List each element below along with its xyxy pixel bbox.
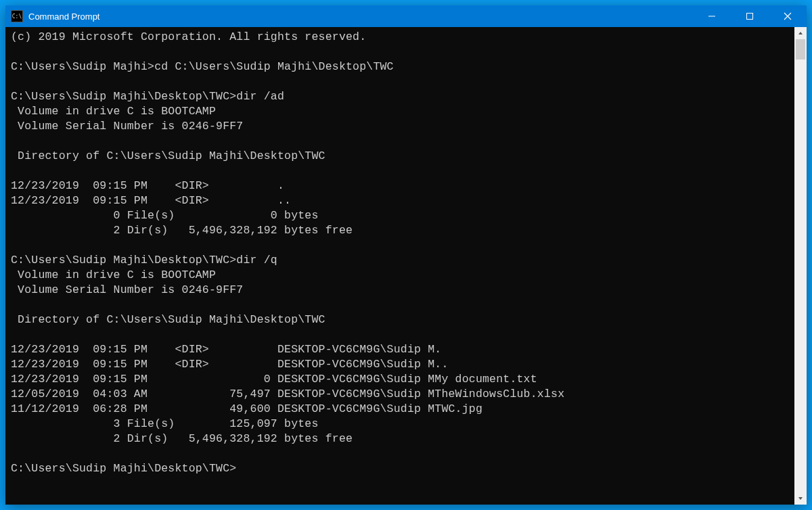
close-button[interactable]: [769, 5, 807, 27]
terminal-line: 3 File(s) 125,097 bytes: [11, 417, 789, 432]
terminal-line: [11, 134, 789, 149]
terminal-line: 12/23/2019 09:15 PM <DIR> ..: [11, 193, 789, 208]
content-area: (c) 2019 Microsoft Corporation. All righ…: [5, 27, 807, 505]
terminal-line: Volume Serial Number is 0246-9FF7: [11, 119, 789, 134]
terminal-line: [11, 164, 789, 179]
minimize-icon: [708, 12, 716, 20]
terminal-line: Directory of C:\Users\Sudip Majhi\Deskto…: [11, 149, 789, 164]
terminal-line: C:\Users\Sudip Majhi>cd C:\Users\Sudip M…: [11, 60, 789, 74]
scrollbar-up-button[interactable]: [794, 27, 807, 39]
terminal-line: C:\Users\Sudip Majhi\Desktop\TWC>dir /q: [11, 253, 789, 268]
terminal-line: 12/23/2019 09:15 PM <DIR> DESKTOP-VC6CM9…: [11, 357, 789, 372]
terminal-line: 12/23/2019 09:15 PM <DIR> .: [11, 179, 789, 193]
terminal-line: 2 Dir(s) 5,496,328,192 bytes free: [11, 432, 789, 446]
minimize-button[interactable]: [693, 5, 731, 27]
app-icon: C:\: [11, 10, 23, 22]
terminal-line: 2 Dir(s) 5,496,328,192 bytes free: [11, 223, 789, 238]
terminal-line: 12/23/2019 09:15 PM <DIR> DESKTOP-VC6CM9…: [11, 342, 789, 357]
close-icon: [784, 12, 792, 20]
terminal-line: [11, 45, 789, 60]
terminal-line: [11, 74, 789, 89]
terminal-line: 12/23/2019 09:15 PM 0 DESKTOP-VC6CM9G\Su…: [11, 372, 789, 387]
window-controls: [693, 5, 807, 27]
terminal-line: C:\Users\Sudip Majhi\Desktop\TWC>dir /ad: [11, 89, 789, 104]
chevron-down-icon: [798, 496, 803, 501]
terminal-line: [11, 327, 789, 342]
terminal-line: [11, 298, 789, 312]
terminal-line: Volume in drive C is BOOTCAMP: [11, 268, 789, 283]
window-titlebar[interactable]: C:\ Command Prompt: [5, 5, 807, 27]
chevron-up-icon: [798, 30, 803, 36]
scrollbar-down-button[interactable]: [794, 492, 807, 505]
svg-rect-0: [708, 16, 715, 17]
terminal-output[interactable]: (c) 2019 Microsoft Corporation. All righ…: [5, 27, 794, 505]
command-prompt-window: C:\ Command Prompt (c) 2019 Microsoft Co…: [5, 5, 807, 505]
svg-rect-1: [747, 14, 753, 20]
terminal-line: Directory of C:\Users\Sudip Majhi\Deskto…: [11, 312, 789, 327]
maximize-button[interactable]: [731, 5, 769, 27]
terminal-line: 12/05/2019 04:03 AM 75,497 DESKTOP-VC6CM…: [11, 387, 789, 402]
terminal-line: Volume in drive C is BOOTCAMP: [11, 104, 789, 119]
scrollbar-thumb[interactable]: [796, 39, 805, 60]
scrollbar-track[interactable]: [794, 39, 807, 492]
terminal-line: [11, 446, 789, 461]
window-title: Command Prompt: [28, 11, 99, 22]
terminal-line: (c) 2019 Microsoft Corporation. All righ…: [11, 30, 789, 45]
terminal-line: [11, 238, 789, 253]
terminal-line: 0 File(s) 0 bytes: [11, 208, 789, 223]
terminal-line: C:\Users\Sudip Majhi\Desktop\TWC>: [11, 461, 789, 476]
vertical-scrollbar[interactable]: [794, 27, 807, 505]
maximize-icon: [746, 12, 754, 20]
terminal-line: Volume Serial Number is 0246-9FF7: [11, 283, 789, 298]
terminal-line: 11/12/2019 06:28 PM 49,600 DESKTOP-VC6CM…: [11, 402, 789, 417]
